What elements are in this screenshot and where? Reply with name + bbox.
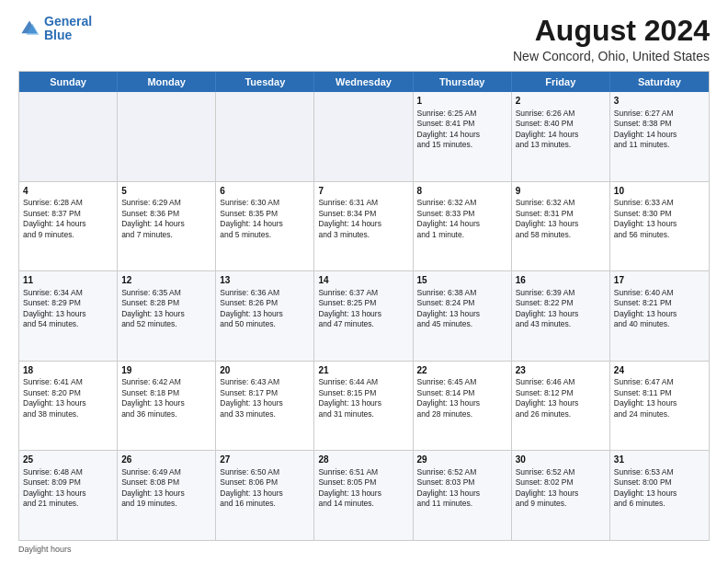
day-info-line: Daylight: 13 hours [516, 398, 606, 408]
day-cell-26: 26Sunrise: 6:49 AMSunset: 8:08 PMDayligh… [118, 451, 216, 540]
day-cell-17: 17Sunrise: 6:40 AMSunset: 8:21 PMDayligh… [610, 271, 709, 361]
day-info-line: Sunrise: 6:34 AM [23, 288, 113, 298]
header: General Blue August 2024 New Concord, Oh… [18, 15, 710, 63]
day-info-line: and 56 minutes. [614, 230, 705, 240]
day-info-line: and 52 minutes. [121, 319, 211, 329]
day-info-line: Sunset: 8:26 PM [220, 298, 310, 308]
day-info-line: Daylight: 13 hours [614, 309, 705, 319]
day-info-line: Sunset: 8:05 PM [318, 477, 408, 488]
day-info-line: Daylight: 13 hours [220, 488, 310, 499]
subtitle: New Concord, Ohio, United States [513, 49, 710, 63]
day-cell-20: 20Sunrise: 6:43 AMSunset: 8:17 PMDayligh… [216, 362, 314, 451]
day-info-line: Daylight: 13 hours [318, 398, 408, 408]
day-number: 20 [220, 364, 310, 377]
day-info-line: Daylight: 13 hours [23, 398, 113, 408]
day-cell-29: 29Sunrise: 6:52 AMSunset: 8:03 PMDayligh… [414, 451, 512, 540]
day-info-line: Sunset: 8:02 PM [516, 477, 606, 488]
day-cell-24: 24Sunrise: 6:47 AMSunset: 8:11 PMDayligh… [610, 362, 709, 451]
calendar-week-4: 18Sunrise: 6:41 AMSunset: 8:20 PMDayligh… [19, 361, 709, 451]
day-info-line: Daylight: 13 hours [417, 398, 507, 408]
day-info-line: Sunset: 8:30 PM [614, 209, 705, 219]
day-info-line: Daylight: 14 hours [417, 130, 507, 140]
day-info-line: Daylight: 13 hours [417, 309, 507, 319]
day-number: 11 [23, 274, 113, 287]
day-number: 25 [23, 454, 113, 466]
header-saturday: Saturday [610, 72, 709, 92]
day-info-line: Sunset: 8:35 PM [220, 209, 310, 219]
day-info-line: Sunrise: 6:33 AM [614, 198, 705, 208]
day-info-line: Daylight: 14 hours [614, 130, 705, 140]
day-info-line: Daylight: 14 hours [220, 219, 310, 229]
calendar-header: Sunday Monday Tuesday Wednesday Thursday… [19, 72, 709, 92]
day-info-line: Sunset: 8:22 PM [516, 298, 606, 308]
day-info-line: Sunrise: 6:53 AM [614, 467, 705, 477]
day-info-line: Sunset: 8:24 PM [417, 298, 507, 308]
day-info-line: and 33 minutes. [220, 409, 310, 419]
day-number: 3 [614, 95, 705, 108]
day-number: 8 [417, 185, 507, 198]
day-info-line: Sunset: 8:03 PM [417, 477, 507, 488]
day-info-line: Daylight: 13 hours [220, 309, 310, 319]
header-thursday: Thursday [414, 72, 512, 92]
day-number: 6 [220, 185, 310, 198]
day-cell-4: 4Sunrise: 6:28 AMSunset: 8:37 PMDaylight… [19, 182, 118, 271]
day-cell-9: 9Sunrise: 6:32 AMSunset: 8:31 PMDaylight… [512, 182, 610, 271]
day-number: 24 [614, 364, 705, 377]
day-info-line: Sunrise: 6:50 AM [220, 467, 310, 477]
day-info-line: Sunrise: 6:47 AM [614, 377, 705, 387]
day-info-line: Daylight: 14 hours [318, 219, 408, 229]
day-info-line: Sunset: 8:21 PM [614, 298, 705, 308]
day-info-line: and 15 minutes. [417, 140, 507, 150]
day-info-line: and 26 minutes. [516, 409, 606, 419]
logo-icon [18, 17, 40, 40]
day-number: 9 [516, 185, 606, 198]
day-info-line: and 38 minutes. [23, 409, 113, 419]
day-number: 7 [318, 185, 408, 198]
day-info-line: Daylight: 13 hours [516, 219, 606, 229]
calendar-body: 1Sunrise: 6:25 AMSunset: 8:41 PMDaylight… [19, 92, 709, 540]
day-cell-23: 23Sunrise: 6:46 AMSunset: 8:12 PMDayligh… [512, 362, 610, 451]
empty-cell [216, 92, 314, 181]
day-info-line: and 36 minutes. [121, 409, 211, 419]
calendar-week-3: 11Sunrise: 6:34 AMSunset: 8:29 PMDayligh… [19, 270, 709, 361]
day-cell-15: 15Sunrise: 6:38 AMSunset: 8:24 PMDayligh… [414, 271, 512, 361]
day-info-line: Sunrise: 6:38 AM [417, 288, 507, 298]
day-info-line: Sunset: 8:00 PM [614, 477, 705, 488]
day-cell-21: 21Sunrise: 6:44 AMSunset: 8:15 PMDayligh… [314, 362, 413, 451]
day-info-line: Sunrise: 6:35 AM [121, 288, 211, 298]
day-info-line: Sunset: 8:20 PM [23, 388, 113, 398]
day-info-line: and 11 minutes. [614, 140, 705, 150]
day-info-line: Sunrise: 6:32 AM [417, 198, 507, 208]
day-info-line: and 5 minutes. [220, 230, 310, 240]
day-cell-30: 30Sunrise: 6:52 AMSunset: 8:02 PMDayligh… [512, 451, 610, 540]
day-info-line: and 40 minutes. [614, 319, 705, 329]
day-info-line: Sunset: 8:08 PM [121, 477, 211, 488]
header-friday: Friday [512, 72, 610, 92]
day-info-line: Daylight: 13 hours [318, 488, 408, 499]
day-info-line: Sunrise: 6:36 AM [220, 288, 310, 298]
day-cell-5: 5Sunrise: 6:29 AMSunset: 8:36 PMDaylight… [118, 182, 216, 271]
calendar-week-2: 4Sunrise: 6:28 AMSunset: 8:37 PMDaylight… [19, 181, 709, 271]
day-number: 31 [614, 454, 705, 466]
day-number: 13 [220, 274, 310, 287]
day-info-line: Sunrise: 6:37 AM [318, 288, 408, 298]
day-info-line: Daylight: 14 hours [516, 130, 606, 140]
day-info-line: and 1 minute. [417, 230, 507, 240]
day-cell-25: 25Sunrise: 6:48 AMSunset: 8:09 PMDayligh… [19, 451, 118, 540]
day-info-line: and 13 minutes. [516, 140, 606, 150]
day-number: 1 [417, 95, 507, 108]
calendar-week-1: 1Sunrise: 6:25 AMSunset: 8:41 PMDaylight… [19, 92, 709, 181]
day-info-line: Sunrise: 6:43 AM [220, 377, 310, 387]
day-info-line: Sunrise: 6:42 AM [121, 377, 211, 387]
day-info-line: Daylight: 13 hours [121, 309, 211, 319]
day-info-line: and 31 minutes. [318, 409, 408, 419]
day-cell-28: 28Sunrise: 6:51 AMSunset: 8:05 PMDayligh… [314, 451, 413, 540]
day-info-line: Sunrise: 6:30 AM [220, 198, 310, 208]
day-number: 4 [23, 185, 113, 198]
empty-cell [118, 92, 216, 181]
day-info-line: and 19 minutes. [121, 499, 211, 509]
calendar: Sunday Monday Tuesday Wednesday Thursday… [18, 71, 710, 541]
title-block: August 2024 New Concord, Ohio, United St… [513, 15, 710, 63]
day-info-line: Sunset: 8:29 PM [23, 298, 113, 308]
day-cell-7: 7Sunrise: 6:31 AMSunset: 8:34 PMDaylight… [314, 182, 413, 271]
